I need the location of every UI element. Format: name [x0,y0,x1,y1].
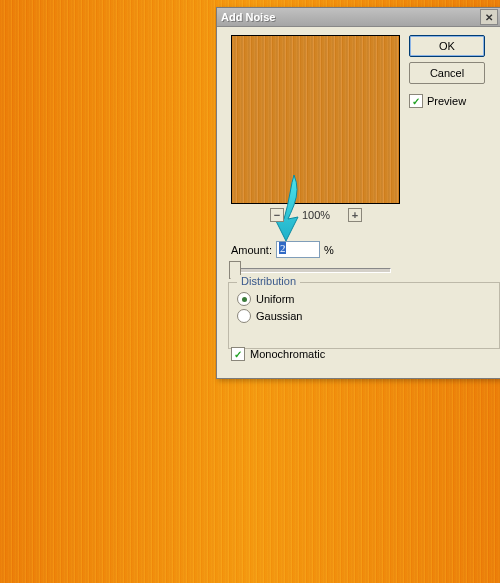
titlebar[interactable]: Add Noise ✕ [217,8,500,27]
amount-row: Amount: 2 % [231,241,334,258]
ok-button[interactable]: OK [409,35,485,57]
amount-suffix: % [324,244,334,256]
zoom-in-button[interactable]: + [348,208,362,222]
wood-background: Add Noise ✕ − 100% + [0,0,500,583]
radio-uniform-label: Uniform [256,293,295,305]
cancel-label: Cancel [430,67,464,79]
cancel-button[interactable]: Cancel [409,62,485,84]
zoom-out-button[interactable]: − [270,208,284,222]
slider-track [229,268,391,273]
dialog-title: Add Noise [221,11,275,23]
preview-label: Preview [427,95,466,107]
close-button[interactable]: ✕ [480,9,498,25]
amount-label: Amount: [231,244,272,256]
radio-gaussian[interactable] [237,309,251,323]
add-noise-dialog: Add Noise ✕ − 100% + [216,7,500,379]
preview-image[interactable] [231,35,400,204]
right-column: OK Cancel ✓ Preview [409,35,489,108]
radio-gaussian-row: Gaussian [237,309,491,323]
monochromatic-label: Monochromatic [250,348,325,360]
dialog-content: − 100% + OK Cancel ✓ Preview Amount: [217,27,500,43]
monochromatic-row: ✓ Monochromatic [231,347,325,361]
ok-label: OK [439,40,455,52]
zoom-controls: − 100% + [231,207,401,223]
distribution-fieldset: Distribution Uniform Gaussian [228,282,500,349]
radio-uniform-row: Uniform [237,292,491,306]
preview-checkbox-row: ✓ Preview [409,94,489,108]
radio-uniform[interactable] [237,292,251,306]
preview-checkbox[interactable]: ✓ [409,94,423,108]
amount-input[interactable]: 2 [276,241,320,258]
monochromatic-checkbox[interactable]: ✓ [231,347,245,361]
radio-gaussian-label: Gaussian [256,310,302,322]
distribution-legend: Distribution [237,275,300,287]
amount-value: 2 [279,242,287,254]
zoom-percent: 100% [302,209,330,221]
